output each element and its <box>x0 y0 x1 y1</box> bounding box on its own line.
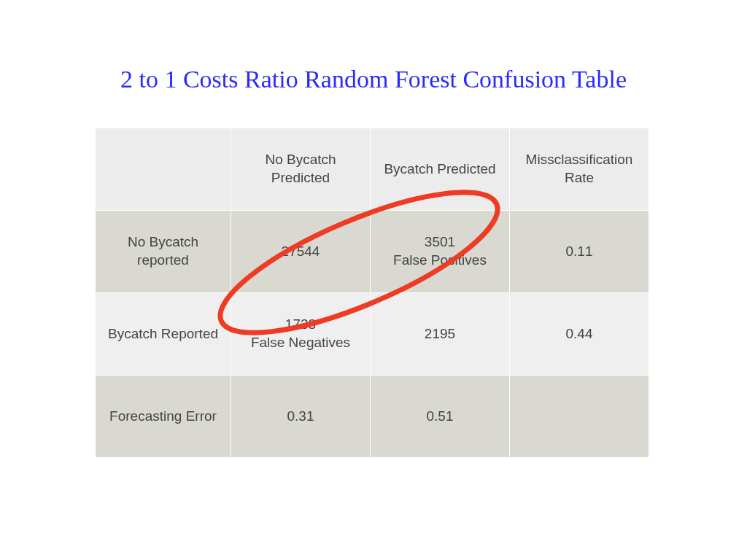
slide: 2 to 1 Costs Ratio Random Forest Confusi… <box>0 0 747 560</box>
cell-error-col2: 0.51 <box>371 376 510 458</box>
cell-true-negatives: 27544 <box>231 211 371 293</box>
slide-title: 2 to 1 Costs Ratio Random Forest Confusi… <box>0 66 747 93</box>
cell-rate-row1: 0.11 <box>510 211 649 293</box>
cell-false-positives: 3501False Positives <box>371 211 510 293</box>
cell-false-negatives: 1733False Negatives <box>231 293 371 376</box>
confusion-table-wrap: No Bycatch Predicted Bycatch Predicted M… <box>95 128 649 458</box>
header-empty <box>96 128 231 211</box>
row-label-no-bycatch-reported: No Bycatch reported <box>96 211 231 293</box>
table-row: Bycatch Reported 1733False Negatives 219… <box>96 293 649 376</box>
cell-true-positives: 2195 <box>371 293 510 376</box>
header-misclassification-rate: Missclassification Rate <box>510 128 649 211</box>
confusion-table: No Bycatch Predicted Bycatch Predicted M… <box>95 128 649 458</box>
row-label-forecasting-error: Forecasting Error <box>96 376 231 458</box>
cell-rate-row2: 0.44 <box>510 293 649 376</box>
table-row: Forecasting Error 0.31 0.51 <box>96 376 649 458</box>
table-row: No Bycatch reported 27544 3501False Posi… <box>96 211 649 293</box>
header-bycatch-predicted: Bycatch Predicted <box>371 128 510 211</box>
header-no-bycatch-predicted: No Bycatch Predicted <box>231 128 371 211</box>
cell-error-col3 <box>510 376 649 458</box>
cell-error-col1: 0.31 <box>231 376 371 458</box>
row-label-bycatch-reported: Bycatch Reported <box>96 293 231 376</box>
table-header-row: No Bycatch Predicted Bycatch Predicted M… <box>96 128 649 211</box>
